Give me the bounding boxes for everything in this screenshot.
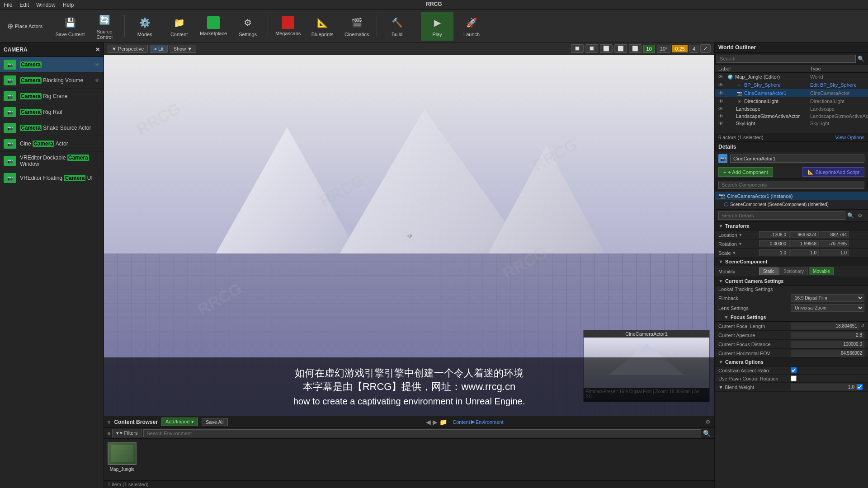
constrain-aspect-ratio-checkbox[interactable] [791, 367, 797, 373]
build-button[interactable]: 🔨 Build [381, 12, 413, 41]
outliner-eye-2[interactable]: 👁 [718, 90, 723, 96]
add-import-button[interactable]: Add/Import ▾ [161, 418, 198, 426]
focal-length-reset[interactable]: ↺ [860, 323, 864, 329]
mobility-movable-button[interactable]: Movable [809, 267, 834, 275]
aperture-input[interactable] [791, 332, 864, 338]
viewport-icon-btn-4[interactable]: ⬜ [614, 44, 627, 53]
blueprints-button[interactable]: 📐 Blueprints [306, 12, 339, 41]
cb-search-icon[interactable]: 🔍 [703, 430, 711, 437]
outliner-item-sky-light[interactable]: 👁 SkyLight SkyLight [715, 120, 868, 127]
camera-eye-icon[interactable]: 👁 [94, 61, 100, 68]
menu-edit[interactable]: Edit [19, 2, 29, 8]
menu-file[interactable]: File [4, 2, 12, 8]
save-all-button[interactable]: Save All [202, 418, 228, 426]
outliner-search-input[interactable] [717, 55, 856, 63]
cinematics-button[interactable]: 🎬 Cinematics [340, 12, 373, 41]
lens-settings-select[interactable]: Universal Zoom [791, 304, 864, 312]
viewport-canvas[interactable]: + RRCG RRCG RRCG RRCG RRCG CineCameraAct… [104, 55, 714, 416]
outliner-item-landscape[interactable]: 👁 Landscape Landscape [715, 105, 868, 113]
outliner-eye-0[interactable]: 👁 [718, 74, 723, 80]
content-button[interactable]: 📁 Content [163, 12, 195, 41]
settings-button[interactable]: ⚙ Settings [231, 12, 264, 41]
outliner-eye-5[interactable]: 👁 [718, 113, 723, 119]
location-x-input[interactable] [759, 231, 788, 238]
add-component-button[interactable]: + + Add Component [718, 167, 773, 177]
list-item-rig-rail[interactable]: 📷 Camera Rig Rail [0, 104, 104, 120]
filmback-select[interactable]: 16:9 Digital Film [791, 294, 864, 302]
cb-path-environment[interactable]: Environment [476, 419, 504, 425]
scale-y-input[interactable] [789, 249, 819, 256]
save-current-button[interactable]: 💾 Save Current [54, 12, 86, 41]
list-item-blocking-volume[interactable]: 📷 Camera Blocking Volume 👁 [0, 73, 104, 89]
blend-weight-checkbox[interactable] [857, 384, 863, 390]
blocking-volume-eye-icon[interactable]: 👁 [94, 77, 100, 84]
viewport-perspective-btn[interactable]: ▼ Perspective [108, 45, 148, 53]
launch-button[interactable]: 🚀 Launch [455, 12, 488, 41]
viewport-show-btn[interactable]: Show ▼ [170, 45, 196, 53]
rotation-y-input[interactable] [789, 240, 819, 247]
menu-help[interactable]: Help [63, 2, 74, 8]
location-z-input[interactable] [820, 231, 849, 238]
mobility-stationary-button[interactable]: Stationary [779, 267, 808, 275]
details-search-input[interactable] [718, 211, 845, 220]
component-search-input[interactable] [718, 181, 864, 189]
focus-settings-header[interactable]: ▼ Focus Settings [715, 313, 868, 322]
outliner-item-cine-camera[interactable]: 👁 📷 CineCameraActor1 CineCameraActor [715, 89, 868, 97]
comp-item-instance[interactable]: 📷 CineCameraActor1 (Instance) [715, 192, 868, 200]
scene-component-section-header[interactable]: ▼ SceneComponent [715, 258, 868, 266]
scale-z-input[interactable] [820, 249, 849, 256]
camera-options-section-header[interactable]: ▼ Camera Options [715, 358, 868, 366]
play-button[interactable]: ▶ Play [421, 12, 453, 41]
cb-back-button[interactable]: ◀ [426, 418, 431, 426]
list-item-shake-source[interactable]: 📷 Camera Shake Source Actor [0, 120, 104, 136]
megascans-button[interactable]: Megascans [272, 12, 304, 41]
focal-length-input[interactable] [791, 323, 859, 329]
outliner-item-map-jungle[interactable]: 👁 🌍 Map_Jungle (Editor) World [715, 73, 868, 81]
cb-settings-button[interactable]: ⚙ [705, 418, 711, 425]
outliner-search-icon[interactable]: 🔍 [856, 55, 866, 63]
use-pawn-control-checkbox[interactable] [791, 375, 797, 381]
view-options-button[interactable]: View Options [835, 135, 864, 140]
cb-path-content[interactable]: Content [453, 419, 470, 425]
filters-button[interactable]: ▾ ▾ Filters [112, 429, 142, 437]
transform-section-header[interactable]: ▼ Transform [715, 222, 868, 230]
blueprint-button[interactable]: 📐 Blueprint/Add Script [802, 167, 864, 177]
rotation-x-input[interactable] [759, 240, 788, 247]
list-item-vr-dockable[interactable]: 📷 VREditor Dockable Camera Window [0, 152, 104, 170]
list-item-camera[interactable]: 📷 Camera 👁 [0, 57, 104, 73]
location-y-input[interactable] [789, 231, 819, 238]
content-item-map-jungle[interactable]: Map_Jungle [108, 442, 137, 472]
left-panel-close[interactable]: ✕ [95, 47, 100, 53]
list-item-vr-floating[interactable]: 📷 VREditor Floating Camera UI [0, 170, 104, 186]
source-control-button[interactable]: 🔄 Source Control [88, 12, 121, 41]
details-actor-name-input[interactable] [730, 155, 864, 163]
details-search-icon[interactable]: 🔍 [845, 211, 856, 220]
viewport-icon-btn-3[interactable]: ⬜ [600, 44, 613, 53]
details-settings-icon[interactable]: ⚙ [856, 211, 864, 220]
viewport-icon-btn-2[interactable]: 🔲 [585, 44, 598, 53]
cb-forward-button[interactable]: ▶ [433, 418, 438, 426]
viewport-grid-btn[interactable]: 4 [689, 45, 698, 53]
outliner-item-landscape-gizmo[interactable]: 👁 LandscapeGizmoActiveActor LandscapeGiz… [715, 113, 868, 120]
outliner-item-directional-light[interactable]: 👁 ☀ DirectionalLight DirectionalLight [715, 97, 868, 105]
place-actors-button[interactable]: ⊕ Place Actors [4, 22, 46, 30]
viewport-icon-btn-1[interactable]: 🔲 [571, 44, 584, 53]
viewport-lit-btn[interactable]: ● Lit [150, 45, 167, 53]
mobility-static-button[interactable]: Static [759, 267, 778, 275]
outliner-item-sky-sphere[interactable]: 👁 ○ BP_Sky_Sphere Edit BP_Sky_Sphere [715, 81, 868, 89]
blend-weight-input[interactable] [791, 384, 857, 390]
modes-button[interactable]: ⚙️ Modes [128, 12, 161, 41]
viewport-icon-btn-5[interactable]: ⬜ [629, 44, 642, 53]
outliner-eye-4[interactable]: 👁 [718, 106, 723, 112]
focus-distance-input[interactable] [791, 341, 864, 347]
viewport-expand-btn[interactable]: ⤢ [700, 44, 711, 53]
marketplace-button[interactable]: Marketplace [197, 12, 230, 41]
menu-window[interactable]: Window [36, 2, 56, 8]
content-browser-search[interactable] [143, 429, 701, 437]
camera-settings-section-header[interactable]: ▼ Current Camera Settings [715, 277, 868, 286]
scale-x-input[interactable] [759, 249, 788, 256]
horizontal-fov-input[interactable] [791, 350, 864, 357]
outliner-eye-6[interactable]: 👁 [718, 121, 723, 126]
rotation-z-input[interactable] [820, 240, 849, 247]
list-item-rig-crane[interactable]: 📷 Camera Rig Crane [0, 89, 104, 104]
